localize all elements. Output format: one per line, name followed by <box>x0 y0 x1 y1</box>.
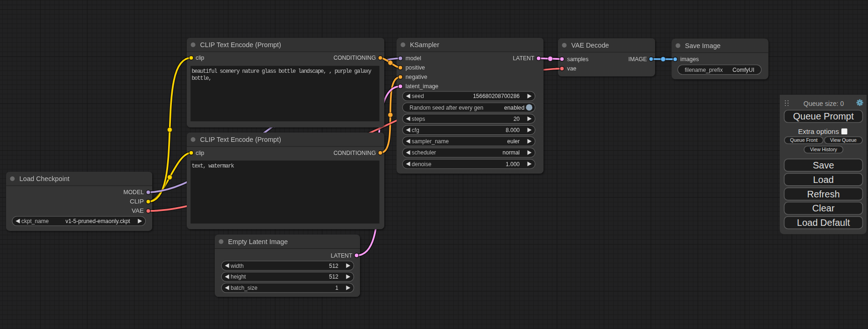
svg-text:Refresh: Refresh <box>807 189 840 199</box>
svg-text:width: width <box>230 263 244 269</box>
svg-text:CONDITIONING: CONDITIONING <box>333 55 376 61</box>
svg-text:CONDITIONING: CONDITIONING <box>333 150 376 156</box>
svg-text:filename_prefix: filename_prefix <box>685 67 723 73</box>
svg-text:CLIP Text Encode (Prompt): CLIP Text Encode (Prompt) <box>200 136 282 143</box>
svg-text:LATENT: LATENT <box>513 55 535 62</box>
svg-text:MODEL: MODEL <box>123 189 144 196</box>
svg-text:euler: euler <box>507 138 520 145</box>
svg-text:ComfyUI: ComfyUI <box>733 67 755 73</box>
svg-text:Queue size: 0: Queue size: 0 <box>804 100 844 107</box>
svg-text:model: model <box>406 55 422 62</box>
svg-text:CLIP: CLIP <box>130 198 144 205</box>
svg-text:Extra options: Extra options <box>798 127 839 135</box>
svg-text:v1-5-pruned-emaonly.ckpt: v1-5-pruned-emaonly.ckpt <box>65 218 130 224</box>
svg-text:height: height <box>231 273 246 280</box>
svg-text:Queue Prompt: Queue Prompt <box>793 111 854 121</box>
svg-text:Load Default: Load Default <box>797 217 850 228</box>
svg-text:samples: samples <box>567 56 589 63</box>
svg-text:vae: vae <box>567 65 577 72</box>
svg-text:1.000: 1.000 <box>506 161 520 168</box>
svg-text:LATENT: LATENT <box>331 252 353 259</box>
svg-text:VAE: VAE <box>132 207 144 214</box>
svg-text:156680208700286: 156680208700286 <box>473 93 520 99</box>
svg-text:512: 512 <box>329 273 339 280</box>
svg-text:CLIP Text Encode (Prompt): CLIP Text Encode (Prompt) <box>200 41 282 49</box>
svg-text:KSampler: KSampler <box>410 41 439 49</box>
svg-text:enabled: enabled <box>504 105 524 111</box>
svg-text:bottle,: bottle, <box>192 75 212 82</box>
svg-text:normal: normal <box>502 149 520 156</box>
svg-text:512: 512 <box>329 263 339 269</box>
svg-text:1: 1 <box>335 285 339 291</box>
svg-text:images: images <box>680 56 699 63</box>
svg-text:seed: seed <box>412 93 424 99</box>
svg-text:8.000: 8.000 <box>506 127 520 133</box>
svg-text:denoise: denoise <box>412 161 431 168</box>
svg-text:View History: View History <box>810 147 838 152</box>
svg-text:Save Image: Save Image <box>685 42 720 49</box>
svg-text:steps: steps <box>412 116 425 122</box>
svg-text:clip: clip <box>196 55 205 61</box>
svg-text:sampler_name: sampler_name <box>412 138 449 145</box>
svg-text:clip: clip <box>196 150 205 156</box>
svg-text:scheduler: scheduler <box>412 149 436 156</box>
svg-text:IMAGE: IMAGE <box>628 56 647 63</box>
svg-text:positive: positive <box>406 64 425 71</box>
svg-text:batch_size: batch_size <box>231 285 258 291</box>
svg-text:Load: Load <box>813 175 834 185</box>
svg-text:Queue Front: Queue Front <box>790 137 818 143</box>
svg-text:latent_image: latent_image <box>406 83 439 90</box>
svg-text:Empty Latent Image: Empty Latent Image <box>228 238 288 245</box>
svg-text:cfg: cfg <box>412 127 419 133</box>
svg-text:20: 20 <box>514 116 520 122</box>
svg-text:View Queue: View Queue <box>830 137 857 143</box>
svg-text:Random seed after every gen: Random seed after every gen <box>409 105 483 111</box>
svg-text:Load Checkpoint: Load Checkpoint <box>20 175 70 182</box>
svg-text:VAE Decode: VAE Decode <box>572 42 609 49</box>
svg-text:beautiful scenery nature glass: beautiful scenery nature glass bottle la… <box>192 68 372 75</box>
svg-text:ckpt_name: ckpt_name <box>21 218 49 224</box>
svg-text:text, watermark: text, watermark <box>192 163 234 169</box>
svg-text:Save: Save <box>813 160 834 170</box>
svg-text:negative: negative <box>406 74 428 80</box>
svg-text:Clear: Clear <box>812 203 835 213</box>
